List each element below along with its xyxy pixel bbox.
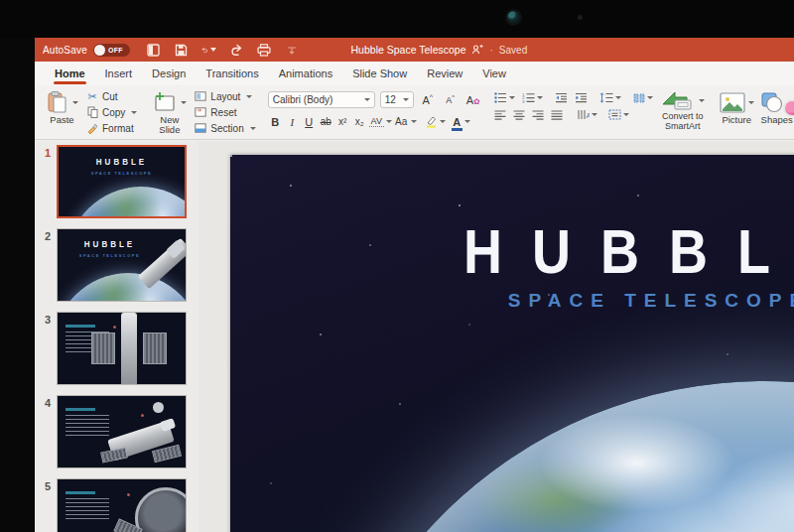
line-spacing-button[interactable] bbox=[599, 92, 621, 103]
autosave-toggle[interactable]: OFF bbox=[93, 44, 130, 57]
redo-icon[interactable] bbox=[229, 43, 244, 58]
decrease-indent-button[interactable] bbox=[555, 92, 568, 103]
picture-dropdown-icon[interactable] bbox=[748, 101, 754, 104]
new-slide-button[interactable]: NewSlide bbox=[149, 89, 190, 136]
clear-formatting-button[interactable]: A✿ bbox=[464, 94, 482, 106]
panel-icon[interactable] bbox=[146, 43, 161, 58]
new-slide-dropdown-icon[interactable] bbox=[181, 101, 187, 104]
bullets-button[interactable] bbox=[494, 92, 515, 103]
align-text-button[interactable] bbox=[608, 109, 629, 120]
mini-solar-panel bbox=[152, 445, 182, 463]
grow-font-button[interactable]: A^ bbox=[419, 93, 437, 106]
slide-4-preview[interactable] bbox=[57, 395, 187, 468]
character-spacing-button[interactable]: AV bbox=[369, 116, 392, 127]
tab-review[interactable]: Review bbox=[417, 63, 472, 85]
reset-button[interactable]: Reset bbox=[195, 105, 255, 119]
highlight-dropdown-icon bbox=[440, 120, 446, 123]
slide-5-preview[interactable] bbox=[57, 478, 187, 532]
superscript-button[interactable]: x² bbox=[335, 116, 350, 127]
laptop-screen: AutoSave OFF bbox=[0, 0, 794, 532]
mini-heading-bar bbox=[66, 325, 95, 328]
tab-animations[interactable]: Animations bbox=[269, 63, 342, 85]
slide-title-text[interactable]: HUBBLE bbox=[230, 214, 794, 287]
layout-icon bbox=[195, 91, 206, 101]
numbering-button[interactable]: 123 bbox=[522, 92, 543, 103]
bold-button[interactable]: B bbox=[268, 116, 283, 128]
font-color-button[interactable]: A bbox=[452, 112, 470, 131]
mini-mirror-graphic bbox=[135, 487, 187, 532]
font-size-select[interactable]: 12 bbox=[380, 91, 414, 108]
font-family-value: Calibri (Body) bbox=[273, 94, 333, 105]
copy-dropdown-icon[interactable] bbox=[131, 111, 137, 114]
slide-thumbnail-panel[interactable]: 1 HUBBLE SPACE TELESCOPE 2 HUBBLE SPACE … bbox=[35, 141, 198, 532]
section-dropdown-icon[interactable] bbox=[250, 127, 256, 130]
highlight-color-button[interactable] bbox=[425, 115, 446, 128]
undo-icon[interactable] bbox=[201, 43, 216, 58]
subscript-button[interactable]: x₂ bbox=[352, 116, 367, 127]
thumbnail-slide-1[interactable]: 1 HUBBLE SPACE TELESCOPE bbox=[35, 145, 198, 222]
tab-design[interactable]: Design bbox=[142, 63, 196, 85]
thumbnail-slide-2[interactable]: 2 HUBBLE SPACE TELESCOPE bbox=[35, 228, 198, 306]
increase-indent-button[interactable] bbox=[575, 92, 588, 103]
italic-button[interactable]: I bbox=[285, 116, 300, 128]
align-left-button[interactable] bbox=[494, 110, 506, 120]
account-avatar[interactable] bbox=[783, 99, 794, 117]
ribbon: Paste ✂ Cut Copy bbox=[35, 85, 794, 140]
mini-solar-panel-left bbox=[91, 332, 115, 364]
align-center-button[interactable] bbox=[513, 110, 525, 120]
thumbnail-slide-5[interactable]: 5 bbox=[35, 478, 198, 532]
change-case-button[interactable]: Aa bbox=[394, 116, 417, 127]
tab-transitions[interactable]: Transitions bbox=[196, 63, 268, 85]
text-direction-button[interactable]: A bbox=[577, 109, 597, 120]
more-icon[interactable] bbox=[285, 43, 300, 58]
picture-label: Picture bbox=[722, 115, 751, 125]
new-slide-label-2: Slide bbox=[159, 124, 180, 135]
earth-graphic[interactable] bbox=[310, 381, 794, 532]
strikethrough-button[interactable]: ab bbox=[319, 116, 333, 127]
mini-heading-bar bbox=[66, 491, 95, 494]
slide-subtitle-text[interactable]: SPACE TELESCOPE bbox=[230, 290, 794, 312]
save-icon[interactable] bbox=[174, 43, 189, 58]
tab-insert[interactable]: Insert bbox=[95, 63, 143, 85]
font-family-select[interactable]: Calibri (Body) bbox=[268, 91, 375, 108]
slide-2-preview[interactable]: HUBBLE SPACE TELESCOPE bbox=[57, 228, 187, 302]
tab-view[interactable]: View bbox=[472, 63, 516, 85]
bullets-dropdown-icon bbox=[509, 96, 515, 99]
shrink-font-button[interactable]: A^ bbox=[442, 94, 460, 105]
smartart-label-1: Convert to bbox=[662, 111, 704, 121]
share-person-icon[interactable] bbox=[472, 44, 484, 57]
slide-canvas-area: HUBBLE SPACE TELESCOPE bbox=[198, 141, 794, 532]
new-slide-icon bbox=[152, 90, 187, 114]
layout-button[interactable]: Layout bbox=[195, 89, 255, 103]
slide-1-preview[interactable]: HUBBLE SPACE TELESCOPE bbox=[57, 145, 187, 218]
copy-button[interactable]: Copy bbox=[86, 105, 137, 119]
slide-3-number: 3 bbox=[45, 314, 51, 326]
cut-button[interactable]: ✂ Cut bbox=[86, 89, 137, 103]
section-button[interactable]: Section bbox=[195, 121, 255, 135]
undo-dropdown-icon[interactable] bbox=[210, 48, 216, 52]
mini-callout-dot bbox=[127, 493, 130, 496]
thumbnail-slide-3[interactable]: 3 bbox=[35, 312, 198, 389]
font-family-dropdown-icon bbox=[364, 98, 370, 101]
tab-slide-show[interactable]: Slide Show bbox=[342, 63, 417, 85]
document-title[interactable]: Hubble Space Telescope bbox=[351, 44, 466, 56]
print-icon[interactable] bbox=[257, 43, 272, 58]
tab-home[interactable]: Home bbox=[45, 63, 95, 85]
layout-dropdown-icon[interactable] bbox=[246, 95, 252, 98]
underline-button[interactable]: U bbox=[302, 116, 317, 128]
current-slide[interactable]: HUBBLE SPACE TELESCOPE bbox=[230, 155, 794, 532]
align-right-button[interactable] bbox=[532, 110, 544, 120]
format-painter-button[interactable]: Format bbox=[86, 121, 137, 135]
font-size-dropdown-icon bbox=[403, 98, 409, 101]
paste-dropdown-icon[interactable] bbox=[72, 101, 78, 104]
paste-button[interactable]: Paste bbox=[43, 89, 81, 126]
convert-to-smartart-button[interactable]: Convert toSmartArt bbox=[661, 89, 705, 131]
slide-3-preview[interactable] bbox=[57, 312, 187, 385]
columns-button[interactable] bbox=[633, 93, 653, 103]
thumbnail-slide-4[interactable]: 4 bbox=[35, 395, 198, 472]
slide-5-number: 5 bbox=[45, 480, 51, 492]
mini-callout-dot bbox=[113, 326, 116, 329]
mini-heading-bar bbox=[66, 408, 95, 411]
justify-button[interactable] bbox=[551, 110, 563, 120]
picture-button[interactable]: Picture bbox=[717, 89, 757, 126]
